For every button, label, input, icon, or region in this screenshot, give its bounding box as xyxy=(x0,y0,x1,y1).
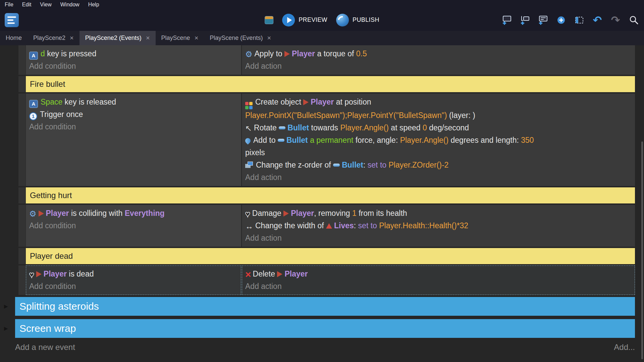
tab-label: PlayScene2 xyxy=(33,35,65,42)
condition[interactable]: Ad key is pressed xyxy=(29,48,241,60)
preview-label: PREVIEW xyxy=(299,16,327,23)
tab-close-icon[interactable]: × xyxy=(146,34,150,42)
action[interactable]: ⚙Apply to Player a torque of 0.5 xyxy=(245,48,635,60)
conditions-column: ASpace key is released1Trigger onceAdd c… xyxy=(26,94,241,186)
bullet-object-icon xyxy=(279,126,285,129)
player-object-icon xyxy=(39,210,44,217)
toolbar-center: PREVIEW PUBLISH xyxy=(265,14,379,26)
collapse-arrow-icon[interactable]: ▶ xyxy=(4,303,8,309)
add-condition-button[interactable]: Add condition xyxy=(29,121,241,133)
group-row: ▶Splitting asteroids xyxy=(15,297,635,316)
menu-item-help[interactable]: Help xyxy=(88,2,99,8)
tab-label: Home xyxy=(6,35,22,42)
create-object-icon xyxy=(245,102,253,109)
menu-item-edit[interactable]: Edit xyxy=(22,2,32,8)
undo-icon[interactable]: ↶ xyxy=(592,14,603,26)
choose-event-icon[interactable] xyxy=(574,14,585,26)
comment-row: Getting hurt xyxy=(18,187,635,203)
events-sheet: Ad key is pressedAdd condition⚙Apply to … xyxy=(0,45,644,362)
add-comment-icon[interactable] xyxy=(537,14,549,26)
event[interactable]: ASpace key is released1Trigger onceAdd c… xyxy=(18,94,635,186)
delete-icon: × xyxy=(245,271,251,278)
action[interactable]: Add to Bullet a permanent force, angle: … xyxy=(245,134,635,159)
play-icon xyxy=(282,14,295,26)
event-drag-handle[interactable] xyxy=(18,76,25,92)
condition[interactable]: 1Trigger once xyxy=(29,108,241,121)
group-event[interactable]: Screen wrap xyxy=(15,319,635,338)
events-footer: Add a new event Add... xyxy=(15,343,635,352)
add-event-icon[interactable] xyxy=(501,14,513,26)
condition[interactable]: ⚙Player is colliding with Everything xyxy=(29,207,241,220)
toolbar: PREVIEW PUBLISH ↶↷ xyxy=(0,9,644,31)
player-object-icon xyxy=(284,51,290,57)
tab-label: PlayScene xyxy=(161,35,190,42)
add-other-icon[interactable] xyxy=(555,14,567,26)
tab-close-icon[interactable]: × xyxy=(267,34,271,42)
event-drag-handle[interactable] xyxy=(18,94,25,186)
add-condition-button[interactable]: Add condition xyxy=(29,60,241,72)
tab-playscene2[interactable]: PlayScene2× xyxy=(28,31,79,45)
z-order-icon xyxy=(245,162,253,169)
publish-icon xyxy=(336,14,349,26)
publish-button[interactable]: PUBLISH xyxy=(336,14,379,26)
player-object-icon xyxy=(36,271,42,277)
action[interactable]: Change the z-order of Bullet: set to Pla… xyxy=(245,159,635,171)
add-action-button[interactable]: Add action xyxy=(245,280,635,293)
tab-playscene-events[interactable]: PlayScene (Events)× xyxy=(204,31,277,45)
menu-item-window[interactable]: Window xyxy=(60,2,79,8)
search-icon[interactable] xyxy=(628,14,639,26)
action[interactable]: ♥Damage Player, removing 1 from its heal… xyxy=(245,207,635,220)
add-subevent-icon[interactable] xyxy=(519,14,531,26)
comment-event[interactable]: Fire bullet xyxy=(26,76,635,92)
debugger-icon[interactable] xyxy=(265,16,273,24)
event[interactable]: Ad key is pressedAdd condition⚙Apply to … xyxy=(18,45,635,75)
menu-bar: FileEditViewWindowHelp xyxy=(0,0,644,9)
condition[interactable]: ♥Player is dead xyxy=(29,268,241,280)
condition[interactable]: ASpace key is released xyxy=(29,96,241,108)
group-event[interactable]: Splitting asteroids xyxy=(15,297,635,316)
add-action-button[interactable]: Add action xyxy=(245,60,635,72)
event[interactable]: ♥Player is deadAdd condition×Delete Play… xyxy=(18,265,635,295)
add-condition-button[interactable]: Add condition xyxy=(29,280,241,293)
group-row: ▶Screen wrap xyxy=(15,319,635,338)
tab-bar: HomePlayScene2×PlayScene2 (Events)×PlayS… xyxy=(0,31,644,45)
tab-playscene[interactable]: PlayScene× xyxy=(156,31,204,45)
add-condition-button[interactable]: Add condition xyxy=(29,220,241,232)
action[interactable]: Create object Player at positionPlayer.P… xyxy=(245,96,635,122)
event-drag-handle[interactable] xyxy=(18,248,25,264)
action[interactable]: ↔Change the width of Lives: set to Playe… xyxy=(245,220,635,232)
event-drag-handle[interactable] xyxy=(18,265,25,295)
menu-item-view[interactable]: View xyxy=(40,2,51,8)
conditions-column: Ad key is pressedAdd condition xyxy=(26,45,241,75)
tab-label: PlayScene (Events) xyxy=(210,35,263,42)
add-new-event-button[interactable]: Add a new event xyxy=(15,343,75,352)
action[interactable]: ×Delete Player xyxy=(245,268,635,280)
event-drag-handle[interactable] xyxy=(18,187,25,203)
collapse-arrow-icon[interactable]: ▶ xyxy=(4,325,8,331)
event-drag-handle[interactable] xyxy=(18,45,25,75)
tab-playscene2-events[interactable]: PlayScene2 (Events)× xyxy=(79,31,156,45)
actions-column: ♥Damage Player, removing 1 from its heal… xyxy=(242,205,635,247)
tab-home[interactable]: Home xyxy=(0,31,28,45)
event[interactable]: ⚙Player is colliding with EverythingAdd … xyxy=(18,205,635,247)
add-button[interactable]: Add... xyxy=(614,343,635,352)
lives-object-icon xyxy=(326,223,332,229)
add-action-button[interactable]: Add action xyxy=(245,232,635,244)
comment-event[interactable]: Getting hurt xyxy=(26,187,635,203)
gdevelop-logo-icon[interactable] xyxy=(5,13,19,27)
redo-icon[interactable]: ↷ xyxy=(610,14,621,26)
comment-event[interactable]: Player dead xyxy=(26,248,635,264)
tab-close-icon[interactable]: × xyxy=(195,34,199,42)
action[interactable]: ↖Rotate Bullet towards Player.Angle() at… xyxy=(245,122,635,134)
actions-column: ⚙Apply to Player a torque of 0.5Add acti… xyxy=(242,45,635,75)
scrollbar-thumb[interactable] xyxy=(641,141,643,359)
bullet-object-icon xyxy=(333,164,340,167)
preview-button[interactable]: PREVIEW xyxy=(282,14,327,26)
menu-item-file[interactable]: File xyxy=(5,2,13,8)
actions-column: ×Delete PlayerAdd action xyxy=(242,265,635,295)
event-drag-handle[interactable] xyxy=(18,205,25,247)
comment-row: Fire bullet xyxy=(18,76,635,92)
add-action-button[interactable]: Add action xyxy=(245,171,635,184)
gdevelop-window: FileEditViewWindowHelp PREVIEW PUBLISH ↶… xyxy=(0,0,644,362)
tab-close-icon[interactable]: × xyxy=(70,34,74,42)
